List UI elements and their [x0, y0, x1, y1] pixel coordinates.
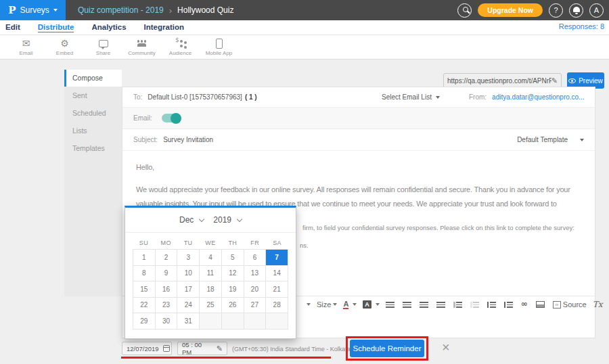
avatar[interactable]: A — [589, 3, 604, 18]
to-list-value[interactable]: Default List-0 [1575370657963] — [148, 93, 242, 101]
calendar-day[interactable]: 29 — [133, 313, 156, 329]
calendar-day[interactable]: 10 — [177, 266, 200, 282]
source-button[interactable]: Source — [553, 300, 587, 309]
body-greeting: Hello, — [136, 160, 581, 174]
template-dropdown[interactable]: Default Template — [517, 136, 584, 143]
calendar-day[interactable]: 20 — [244, 281, 267, 298]
channel-list: Email Embed Share Community — [0, 35, 609, 56]
link-icon[interactable] — [521, 301, 530, 308]
sidebar-item[interactable]: Lists — [64, 122, 122, 139]
schedule-date-value: 12/07/2019 — [127, 345, 159, 352]
email-toggle[interactable] — [162, 114, 181, 122]
calendar-day[interactable]: 28 — [266, 298, 288, 314]
surveys-menu-label: Surveys — [20, 5, 49, 15]
calendar-day[interactable]: 5 — [222, 250, 244, 266]
calendar-day[interactable]: 22 — [133, 298, 156, 314]
chevron-down-icon — [436, 96, 440, 99]
background-color-icon[interactable] — [363, 300, 380, 309]
text-color-icon[interactable] — [343, 300, 357, 309]
nav-tab[interactable]: Integration — [144, 23, 184, 32]
image-icon[interactable] — [536, 301, 547, 308]
channel-item[interactable]: Email — [7, 35, 45, 56]
clear-formatting-icon[interactable]: Tx — [593, 300, 603, 309]
numbered-list-icon[interactable] — [504, 302, 515, 308]
calendar-day[interactable]: 17 — [177, 281, 200, 298]
calendar-day[interactable]: 2 — [156, 250, 178, 266]
nav-tab[interactable]: Edit — [5, 23, 20, 32]
responses-count[interactable]: Responses: 8 — [559, 22, 604, 30]
channel-item[interactable]: Embed — [45, 35, 84, 56]
channel-item[interactable]: Mobile App — [200, 35, 238, 56]
calendar-day[interactable]: 21 — [266, 281, 288, 298]
chevron-down-icon — [53, 9, 58, 12]
upgrade-now-button[interactable]: Upgrade Now — [478, 3, 543, 17]
calendar-day[interactable]: 1 — [133, 250, 156, 266]
subject-row: Subject: Survey Invitation Default Templ… — [122, 129, 595, 151]
year-dropdown[interactable]: 2019 — [213, 215, 242, 225]
nav-tab[interactable]: Analytics — [91, 23, 126, 32]
notifications-button[interactable] — [569, 3, 583, 18]
calendar-day[interactable]: 7 — [266, 250, 288, 266]
month-dropdown[interactable]: Dec — [179, 215, 204, 225]
sidebar-item[interactable]: Compose — [64, 70, 122, 87]
calendar-day[interactable]: 15 — [133, 281, 156, 298]
calendar-icon — [163, 345, 170, 352]
survey-url-input[interactable] — [447, 77, 551, 85]
channel-item[interactable]: Audience — [161, 35, 200, 56]
calendar-day[interactable]: 11 — [200, 266, 222, 282]
calendar-day[interactable]: 31 — [177, 313, 200, 329]
sidebar-item[interactable]: Templates — [64, 139, 122, 157]
surveys-menu[interactable]: P Surveys — [0, 0, 66, 20]
sidebar-item[interactable]: Scheduled — [64, 104, 122, 122]
calendar-day[interactable]: 6 — [244, 250, 267, 266]
align-justify-icon[interactable] — [436, 302, 447, 308]
calendar-day[interactable] — [200, 313, 222, 329]
size-dropdown[interactable]: Size — [317, 300, 337, 309]
sidebar-item[interactable]: Sent — [64, 87, 122, 104]
breadcrumb: Quiz competition - 2019 › Hollywood Quiz — [78, 5, 233, 16]
calendar-day[interactable]: 26 — [222, 298, 244, 314]
calendar-day[interactable]: 14 — [266, 266, 288, 282]
indent-decrease-icon[interactable] — [470, 302, 481, 308]
schedule-reminder-button[interactable]: Schedule Reminder — [350, 340, 424, 357]
calendar-day[interactable]: 18 — [200, 281, 222, 298]
schedule-time-value: 05 : 00 PM — [182, 341, 212, 356]
align-center-icon[interactable] — [403, 302, 413, 308]
schedule-date-field[interactable]: 12/07/2019 — [122, 342, 172, 355]
nav-tab[interactable]: Distribute — [38, 23, 74, 32]
align-left-icon[interactable] — [386, 302, 397, 308]
format-dropdown-caret[interactable] — [302, 303, 311, 306]
calendar-day[interactable]: 4 — [200, 250, 222, 266]
select-email-list-dropdown[interactable]: Select Email List — [382, 93, 440, 101]
calendar-day[interactable] — [244, 313, 267, 329]
calendar-day[interactable]: 23 — [156, 298, 178, 314]
url-edit-icon[interactable]: ✎ — [551, 77, 558, 85]
calendar-day[interactable]: 8 — [133, 266, 156, 282]
calendar-day[interactable]: 12 — [222, 266, 244, 282]
bullet-list-icon[interactable] — [487, 302, 498, 308]
calendar-day[interactable]: 30 — [156, 313, 178, 329]
search-button[interactable] — [457, 3, 472, 18]
calendar-day[interactable]: 25 — [200, 298, 222, 314]
subject-value[interactable]: Survey Invitation — [163, 136, 213, 143]
indent-increase-icon[interactable] — [453, 302, 464, 308]
close-icon[interactable]: × — [442, 340, 450, 354]
calendar-day[interactable]: 3 — [177, 250, 200, 266]
calendar-day[interactable]: 19 — [222, 281, 244, 298]
from-email[interactable]: aditya.datar@questionpro.co... — [492, 93, 584, 101]
questionpro-logo: P — [8, 4, 16, 16]
schedule-time-field[interactable]: 05 : 00 PM ✎ — [177, 342, 227, 355]
calendar-day[interactable]: 27 — [244, 298, 267, 314]
help-button[interactable]: ? — [549, 3, 563, 18]
calendar-day[interactable]: 16 — [156, 281, 178, 298]
breadcrumb-parent[interactable]: Quiz competition - 2019 — [78, 5, 164, 15]
calendar-day[interactable] — [222, 313, 244, 329]
calendar-day[interactable] — [266, 313, 288, 329]
calendar-day[interactable]: 24 — [177, 298, 200, 314]
calendar-day[interactable]: 13 — [244, 266, 267, 282]
calendar-day[interactable]: 9 — [156, 266, 178, 282]
channel-item[interactable]: Share — [84, 35, 122, 56]
align-right-icon[interactable] — [420, 302, 430, 308]
to-label: To: — [133, 93, 142, 101]
channel-item[interactable]: Community — [122, 35, 161, 56]
